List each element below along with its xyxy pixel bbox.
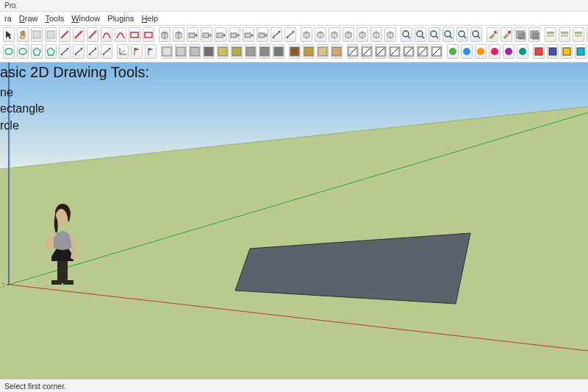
zoom-ext-icon[interactable] [442,27,454,42]
cursor-icon[interactable] [31,27,43,42]
star-icon[interactable] [45,44,57,59]
shade-2-icon[interactable] [175,44,187,59]
menu-ra[interactable]: ra [4,14,12,23]
shadow-icon[interactable] [528,27,540,42]
line-alt-icon[interactable] [87,27,98,42]
menu-help[interactable]: Help [141,14,158,23]
scene-canvas[interactable] [0,63,588,379]
back-icon[interactable] [329,27,340,42]
left-icon[interactable] [343,27,354,42]
toolbar-row-2 [3,44,585,59]
next-view-icon[interactable] [470,27,482,42]
g5-icon[interactable] [503,44,514,59]
edge-3-icon[interactable] [375,44,387,59]
menu-window[interactable]: Window [71,14,100,23]
svg-rect-37 [547,32,554,34]
iso-icon[interactable] [301,27,312,42]
shade-6-icon[interactable] [231,44,243,59]
edge-7-icon[interactable] [431,44,442,59]
c1-icon[interactable] [533,44,545,59]
svg-point-103 [463,48,470,55]
prev-view-icon[interactable] [456,27,468,42]
shade-9-icon[interactable] [273,44,284,59]
arrow-icon[interactable] [45,27,57,42]
menu-tools[interactable]: Tools [45,14,64,23]
shade-4-icon[interactable] [203,44,215,59]
ochre-icon[interactable] [303,44,315,59]
sample-icon[interactable] [501,27,512,42]
follow-icon[interactable] [201,27,212,42]
c4-icon[interactable] [575,44,587,59]
rect-rot-icon[interactable] [143,27,154,42]
push-icon[interactable] [187,27,198,42]
edge-5-icon[interactable] [403,44,415,59]
rotate-icon[interactable] [229,27,240,42]
freehand-icon[interactable] [73,27,85,42]
bottom-icon[interactable] [384,27,396,42]
cube-icon[interactable] [159,27,171,42]
svg-rect-39 [561,32,568,34]
oval-icon[interactable] [17,44,29,59]
move-icon[interactable] [257,27,268,42]
circle-icon[interactable] [3,44,15,59]
blue-flag-icon[interactable] [145,44,157,59]
pan-icon[interactable] [415,27,426,42]
svg-point-63 [81,48,82,49]
g3-icon[interactable] [475,44,487,59]
edge-1-icon[interactable] [347,44,359,59]
xray-icon[interactable] [514,27,526,42]
polygon-icon[interactable] [31,44,43,59]
menu-draw[interactable]: Draw [19,14,38,23]
rect-icon[interactable] [129,27,140,42]
viewport[interactable]: asic 2D Drawing Tools: ne ectangle rcle [0,63,588,379]
axes-icon[interactable] [117,44,129,59]
tan-icon[interactable] [331,44,343,59]
status-hint: Select first corner. [4,382,66,391]
pointer-icon[interactable] [3,27,15,42]
arc-icon[interactable] [101,27,112,42]
scale-icon[interactable] [243,27,254,42]
edge-6-icon[interactable] [417,44,429,59]
red-flag-icon[interactable] [131,44,143,59]
front-icon[interactable] [315,27,326,42]
right-icon[interactable] [356,27,368,42]
edge-4-icon[interactable] [389,44,401,59]
g6-icon[interactable] [517,44,528,59]
protractor-icon[interactable] [284,27,296,42]
components-icon[interactable] [573,27,584,42]
hand-icon[interactable] [17,27,29,42]
g1-icon[interactable] [447,44,459,59]
menu-plugins[interactable]: Plugins [107,14,134,23]
g2-icon[interactable] [461,44,473,59]
sand-icon[interactable] [317,44,329,59]
svg-point-107 [519,48,526,55]
svg-rect-86 [318,47,327,56]
arc2-icon[interactable] [115,27,126,42]
paint-icon[interactable] [487,27,498,42]
shade-1-icon[interactable] [161,44,173,59]
callout-icon[interactable] [101,44,112,59]
shade-3-icon[interactable] [189,44,201,59]
label-icon[interactable] [87,44,98,59]
shade-7-icon[interactable] [245,44,257,59]
orbit-icon[interactable] [401,27,412,42]
menubar: raDrawToolsWindowPluginsHelp [0,12,588,25]
cube-grp-icon[interactable] [173,27,184,42]
line-icon[interactable] [59,27,71,42]
edge-2-icon[interactable] [361,44,373,59]
c3-icon[interactable] [561,44,573,59]
text-icon[interactable] [73,44,85,59]
c2-icon[interactable] [547,44,559,59]
dims-icon[interactable] [59,44,71,59]
layers-icon[interactable] [545,27,556,42]
brown-icon[interactable] [289,44,301,59]
shade-5-icon[interactable] [217,44,229,59]
measure-icon[interactable] [270,27,282,42]
zoom-icon[interactable] [429,27,440,42]
svg-rect-8 [203,33,209,38]
shade-8-icon[interactable] [259,44,270,59]
g4-icon[interactable] [489,44,501,59]
top-icon[interactable] [370,27,382,42]
offset-icon[interactable] [215,27,226,42]
outliner-icon[interactable] [559,27,570,42]
